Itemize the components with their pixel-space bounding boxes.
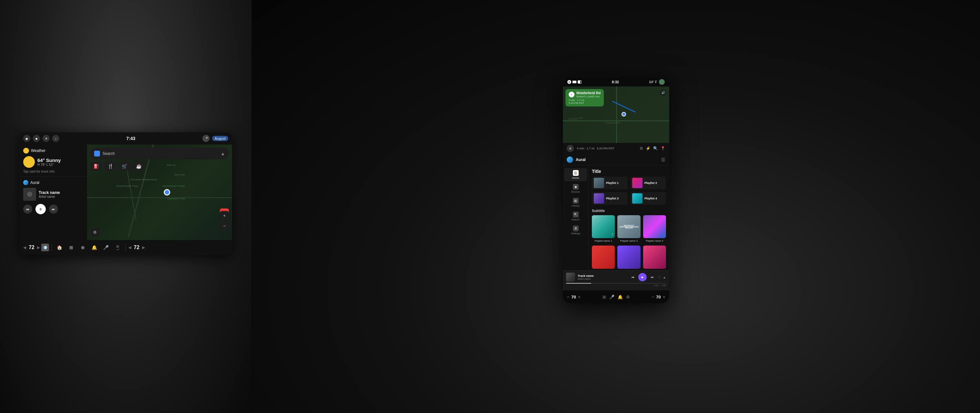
zoom-out-button[interactable]: − bbox=[220, 221, 229, 230]
app-logo bbox=[567, 156, 573, 163]
sidebar-item-settings[interactable]: ⚙ Settings bbox=[564, 223, 587, 237]
np-thumbnail bbox=[566, 273, 575, 282]
search-sidebar-icon: 🔍 bbox=[573, 212, 579, 217]
sidebar-item-browse[interactable]: ◉ Browse bbox=[564, 182, 587, 195]
phone-statusbar: B 8:32 64° F bbox=[563, 77, 669, 86]
hu-content: Weather 64° Sunny H 78° L 52° Tap card f… bbox=[19, 145, 232, 240]
phone-map-volume[interactable]: 🔊 bbox=[660, 89, 667, 96]
content-subtitle: Subtitle bbox=[592, 209, 666, 213]
playlist-grid: Playlist 1 Playlist 2 Playlist 3 Pl bbox=[592, 177, 666, 205]
np-time-total: 3:32 bbox=[662, 284, 666, 287]
phone-bottom-bar: − 70 + ⊞ 🎤 🔔 ⚙ − 70 + bbox=[563, 290, 669, 303]
food-poi[interactable]: 🍴 bbox=[105, 161, 116, 171]
featured-item-2[interactable]: ABSTRACTDESIGN Playlist name 2 bbox=[617, 215, 640, 242]
app-content: Title Playlist 1 Playlist 2 bbox=[589, 166, 669, 270]
shop-poi[interactable]: 🛒 bbox=[119, 161, 130, 171]
bell-nav-button[interactable]: 🔔 bbox=[89, 242, 100, 253]
sidebar-item-home[interactable]: 🏠 Home bbox=[564, 168, 587, 181]
app-main: 🏠 Home ◉ Browse ▥ Library 🔍 Search bbox=[563, 166, 669, 270]
weather-label: Weather bbox=[31, 148, 45, 153]
featured-item-1[interactable]: Playlist name 1 bbox=[592, 215, 615, 242]
search-nav-icon[interactable]: 🔍 bbox=[653, 146, 658, 151]
temp-right-up[interactable]: ▶ bbox=[142, 245, 145, 250]
settings-bottom-icon[interactable]: ⚙ bbox=[626, 295, 630, 300]
second-item-3[interactable] bbox=[643, 246, 666, 268]
hu-time: 7:43 bbox=[62, 136, 200, 141]
signal-icon: ■ bbox=[33, 135, 40, 142]
apps-nav-button[interactable]: ⊞ bbox=[66, 242, 76, 253]
music-card: Aural Track name Artist name ⏮ ⏸ ⏭ bbox=[19, 177, 87, 240]
np-progress-bar[interactable] bbox=[566, 283, 666, 284]
weather-info: 64° Sunny H 78° L 52° bbox=[37, 158, 61, 166]
settings-nav-icon[interactable]: ⚙ bbox=[640, 146, 643, 151]
playlist-item-3[interactable]: Playlist 3 bbox=[592, 192, 628, 205]
apps-bottom-icon[interactable]: ⊞ bbox=[603, 295, 606, 300]
np-next-button[interactable]: ⏭ bbox=[649, 274, 656, 281]
temp-right-down[interactable]: ◀ bbox=[128, 245, 131, 250]
prev-button[interactable]: ⏮ bbox=[23, 204, 32, 214]
user-badge[interactable]: August bbox=[212, 136, 228, 141]
temp-left-up[interactable]: ▶ bbox=[37, 245, 40, 250]
temp-right-minus[interactable]: − bbox=[652, 294, 654, 300]
map-settings-icon[interactable]: ⚙ bbox=[90, 228, 99, 237]
bt-icon: B bbox=[567, 80, 571, 84]
queue-icon[interactable]: ☰ bbox=[661, 157, 665, 162]
weather-card[interactable]: Weather 64° Sunny H 78° L 52° Tap card f… bbox=[19, 145, 87, 177]
map-search-bar[interactable]: Search ▲ bbox=[90, 148, 229, 159]
cafe-poi[interactable]: ☕ bbox=[133, 161, 145, 171]
mic-nav-button[interactable]: 🎤 bbox=[101, 242, 111, 253]
map-road-3 bbox=[126, 164, 137, 220]
home-nav-button[interactable]: 🏠 bbox=[54, 242, 65, 253]
filter-nav-icon[interactable]: ⚡ bbox=[646, 146, 651, 151]
weather-sun-icon bbox=[23, 148, 29, 153]
phone-map-road-label2: Charleston Rd bbox=[605, 122, 620, 124]
weather-tap: Tap card for more info bbox=[23, 170, 83, 173]
np-prev-button[interactable]: ⏮ bbox=[629, 274, 636, 281]
nav-time: 5:24 PM PDT bbox=[569, 102, 601, 105]
mic-icon[interactable]: 🎤 bbox=[202, 135, 210, 142]
pin-nav-icon[interactable]: 📍 bbox=[660, 146, 665, 151]
abstract-label: ABSTRACTDESIGN bbox=[624, 224, 634, 229]
np-expand-button[interactable]: ▲ bbox=[663, 276, 666, 279]
content-title: Title bbox=[592, 169, 666, 174]
home-sidebar-icon: 🏠 bbox=[573, 170, 579, 176]
featured-thumb-3 bbox=[643, 215, 666, 238]
second-item-1[interactable] bbox=[592, 246, 615, 268]
fan-nav-button[interactable]: ⊕ bbox=[78, 242, 88, 253]
sidebar-item-search[interactable]: 🔍 Search bbox=[564, 210, 587, 223]
np-like-button[interactable]: ♡ bbox=[658, 275, 661, 279]
featured-item-3[interactable]: Playlist name 3 bbox=[643, 215, 666, 242]
temp-left-down[interactable]: ◀ bbox=[23, 245, 26, 250]
zoom-in-button[interactable]: + bbox=[220, 211, 229, 220]
featured-label-3: Playlist name 3 bbox=[643, 239, 666, 242]
expand-icon: ▲ bbox=[221, 151, 225, 156]
mic-bottom-icon[interactable]: 🎤 bbox=[609, 295, 614, 300]
hu-navbar: ◀ 72 ▶ 💨 🏠 ⊞ ⊕ 🔔 🎤 📱 ◀ 72 ▶ bbox=[19, 240, 232, 255]
sidebar-item-library[interactable]: ▥ Library bbox=[564, 196, 587, 209]
playlist-item-4[interactable]: Playlist 4 bbox=[630, 192, 666, 205]
np-play-button[interactable]: ▶ bbox=[638, 273, 647, 281]
phone-bottom-icons: ⊞ 🎤 🔔 ⚙ bbox=[603, 295, 630, 300]
app-name: Aural bbox=[576, 158, 586, 162]
bell-bottom-icon[interactable]: 🔔 bbox=[618, 295, 623, 300]
aural-app-name: Aural bbox=[30, 180, 39, 185]
fan-icon-left: 💨 bbox=[41, 244, 49, 251]
next-button[interactable]: ⏭ bbox=[49, 204, 58, 214]
playlist-item-2[interactable]: Playlist 2 bbox=[630, 177, 666, 190]
now-playing-bar: Track name Artist name ⏮ ▶ ⏭ ♡ ▲ 0:24 bbox=[563, 270, 669, 290]
temp-left-minus[interactable]: − bbox=[567, 294, 569, 300]
fuel-poi[interactable]: ⛽ bbox=[90, 161, 102, 171]
nav-close-button[interactable]: ✕ bbox=[567, 145, 574, 152]
phone-nav-button[interactable]: 📱 bbox=[113, 242, 123, 253]
nav-eta: 5 min · 1.7 mi bbox=[569, 99, 601, 102]
playlist-item-1[interactable]: Playlist 1 bbox=[592, 177, 628, 190]
pause-button[interactable]: ⏸ bbox=[35, 204, 46, 214]
hu-statusbar: ◆ ■ ☀ ♪ 7:43 🎤 August bbox=[19, 132, 232, 145]
phone-map-road-v bbox=[616, 86, 617, 143]
second-item-2[interactable] bbox=[617, 246, 640, 268]
phone-temp: 64° F bbox=[649, 80, 657, 84]
temp-right-plus[interactable]: + bbox=[663, 294, 665, 300]
map-place-amphitheatre: Amphitheatre Pkwy bbox=[116, 185, 138, 187]
temp-left-plus[interactable]: + bbox=[578, 294, 581, 300]
phone-map-road-label: Charleston Rd bbox=[568, 117, 582, 120]
